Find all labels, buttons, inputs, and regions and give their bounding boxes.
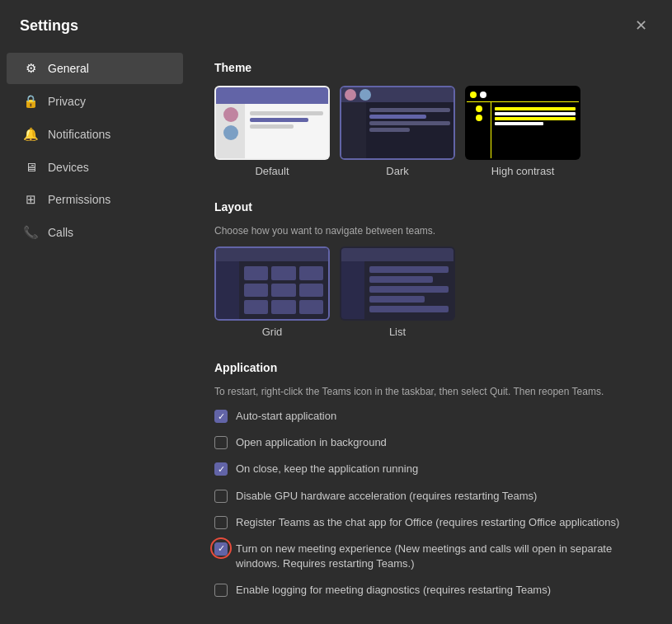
general-icon: ⚙ xyxy=(23,61,38,76)
privacy-icon: 🔒 xyxy=(23,94,38,109)
dialog-title: Settings xyxy=(20,17,78,35)
checkbox-label-new_meeting: Turn on new meeting experience (New meet… xyxy=(236,542,647,571)
checkbox-label-auto_start: Auto-start application xyxy=(236,409,336,424)
layout-title: Layout xyxy=(214,200,647,213)
checkbox-disable_gpu[interactable] xyxy=(214,490,228,503)
calls-icon: 📞 xyxy=(23,225,38,240)
checkbox-label-keep_running: On close, keep the application running xyxy=(236,462,418,476)
theme-card-dark[interactable]: Dark xyxy=(340,86,455,177)
checkbox-item-keep_running[interactable]: On close, keep the application running xyxy=(214,462,647,476)
checkbox-item-disable_gpu[interactable]: Disable GPU hardware acceleration (requi… xyxy=(214,489,647,504)
layout-cards: Grid xyxy=(214,246,647,338)
checkbox-label-open_background: Open application in background xyxy=(236,435,387,450)
layout-label-grid: Grid xyxy=(262,326,283,338)
main-content: Theme xyxy=(190,45,672,624)
checkbox-label-disable_gpu: Disable GPU hardware acceleration (requi… xyxy=(236,489,537,504)
checkbox-item-auto_start[interactable]: Auto-start application xyxy=(214,409,647,424)
theme-cards: Default xyxy=(214,86,647,177)
sidebar-label-permissions: Permissions xyxy=(48,193,110,206)
layout-description: Choose how you want to navigate between … xyxy=(214,225,647,237)
sidebar-item-notifications[interactable]: 🔔Notifications xyxy=(7,119,183,150)
layout-preview-list xyxy=(340,246,455,321)
checkbox-open_background[interactable] xyxy=(214,436,228,449)
sidebar-label-devices: Devices xyxy=(48,161,89,174)
sidebar-label-calls: Calls xyxy=(48,226,73,239)
permissions-icon: ⊞ xyxy=(23,192,38,207)
theme-label-dark: Dark xyxy=(386,165,408,177)
application-description: To restart, right-click the Teams icon i… xyxy=(214,386,647,397)
title-bar: Settings ✕ xyxy=(0,0,672,45)
sidebar-label-notifications: Notifications xyxy=(48,128,110,141)
highlight-ring xyxy=(210,537,232,559)
checkbox-keep_running[interactable] xyxy=(214,462,228,476)
theme-card-high-contrast[interactable]: High contrast xyxy=(465,86,580,177)
layout-card-list[interactable]: List xyxy=(340,246,455,338)
theme-preview-default xyxy=(214,86,330,160)
sidebar: ⚙General🔒Privacy🔔Notifications🖥Devices⊞P… xyxy=(0,45,190,624)
layout-section: Layout Choose how you want to navigate b… xyxy=(214,200,647,338)
sidebar-item-privacy[interactable]: 🔒Privacy xyxy=(7,86,183,117)
application-section: Application To restart, right-click the … xyxy=(214,361,647,598)
layout-preview-grid xyxy=(214,246,330,321)
theme-card-default[interactable]: Default xyxy=(214,86,330,177)
checkbox-label-enable_logging: Enable logging for meeting diagnostics (… xyxy=(236,583,551,598)
checkbox-auto_start[interactable] xyxy=(214,410,228,423)
theme-preview-dark xyxy=(340,86,455,160)
sidebar-item-devices[interactable]: 🖥Devices xyxy=(7,152,183,182)
devices-icon: 🖥 xyxy=(23,160,38,174)
checkbox-register_teams[interactable] xyxy=(214,516,228,529)
checkbox-item-enable_logging[interactable]: Enable logging for meeting diagnostics (… xyxy=(214,583,647,598)
checkbox-label-register_teams: Register Teams as the chat app for Offic… xyxy=(236,515,619,530)
notifications-icon: 🔔 xyxy=(23,127,38,142)
settings-dialog: Settings ✕ ⚙General🔒Privacy🔔Notification… xyxy=(0,0,672,624)
application-title: Application xyxy=(214,361,647,374)
content-area: ⚙General🔒Privacy🔔Notifications🖥Devices⊞P… xyxy=(0,45,672,624)
close-button[interactable]: ✕ xyxy=(630,15,652,36)
theme-title: Theme xyxy=(214,61,647,74)
theme-label-hc: High contrast xyxy=(491,165,555,177)
sidebar-item-general[interactable]: ⚙General xyxy=(7,53,183,84)
checkbox-item-register_teams[interactable]: Register Teams as the chat app for Offic… xyxy=(214,515,647,530)
layout-card-grid[interactable]: Grid xyxy=(214,246,330,338)
sidebar-label-privacy: Privacy xyxy=(48,95,86,108)
theme-preview-hc xyxy=(465,86,580,160)
sidebar-item-permissions[interactable]: ⊞Permissions xyxy=(7,184,183,215)
theme-section: Theme xyxy=(214,61,647,177)
checkboxes-container: Auto-start applicationOpen application i… xyxy=(214,409,647,598)
theme-label-default: Default xyxy=(255,165,289,177)
checkbox-enable_logging[interactable] xyxy=(214,584,228,597)
sidebar-label-general: General xyxy=(48,62,89,75)
checkbox-item-new_meeting[interactable]: Turn on new meeting experience (New meet… xyxy=(214,542,647,571)
checkbox-item-open_background[interactable]: Open application in background xyxy=(214,435,647,450)
sidebar-item-calls[interactable]: 📞Calls xyxy=(7,217,183,248)
layout-label-list: List xyxy=(389,326,406,338)
